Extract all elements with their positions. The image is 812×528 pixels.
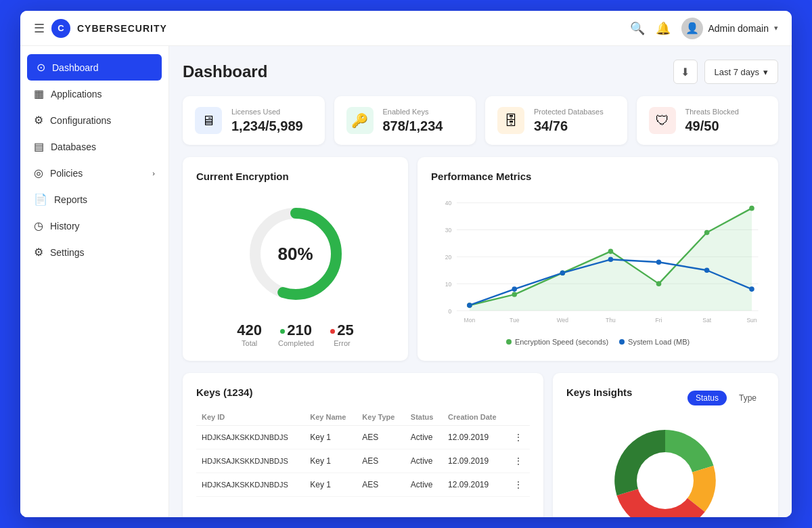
- licenses-icon: 🖥: [195, 107, 222, 134]
- stat-card-threats: 🛡 Threats Blocked 49/50: [637, 96, 779, 145]
- svg-point-34: [560, 270, 566, 276]
- cell-menu[interactable]: ⋮: [509, 426, 530, 449]
- table-row: HDJKSAJKSKKDJNBDJS Key 1 AES Active 12.0…: [196, 473, 530, 497]
- svg-point-26: [512, 292, 518, 297]
- chevron-down-icon: ▾: [763, 67, 768, 77]
- blue-dot: [619, 339, 625, 345]
- svg-point-29: [656, 281, 662, 286]
- svg-text:30: 30: [445, 227, 452, 234]
- stat-value: 1,234/5,989: [231, 118, 303, 134]
- sidebar-item-label: History: [50, 221, 155, 232]
- encryption-card: Current Encryption 80%: [183, 157, 408, 361]
- donut-percent: 80%: [278, 244, 313, 265]
- col-actions: [509, 409, 530, 426]
- encryption-card-title: Current Encryption: [196, 171, 394, 182]
- hamburger-icon[interactable]: ☰: [34, 21, 45, 36]
- period-selector[interactable]: Last 7 days ▾: [704, 60, 779, 84]
- svg-text:40: 40: [445, 200, 452, 206]
- cell-status: Active: [405, 473, 443, 497]
- svg-text:Mon: Mon: [464, 317, 476, 324]
- page-header: Dashboard ⬇ Last 7 days ▾: [183, 60, 778, 84]
- search-icon[interactable]: 🔍: [630, 21, 645, 36]
- sidebar-item-settings[interactable]: ⚙ Settings: [20, 239, 168, 265]
- stat-card-enabled-keys: 🔑 Enabled Keys 878/1,234: [334, 96, 476, 145]
- col-key-id: Key ID: [196, 409, 304, 426]
- stats-row: 🖥 Licenses Used 1,234/5,989 🔑 Enabled Ke…: [183, 96, 778, 145]
- cell-key-type: AES: [357, 473, 405, 497]
- svg-text:Fri: Fri: [656, 317, 662, 324]
- chart-legend: Encryption Speed (seconds) System Load (…: [431, 338, 765, 346]
- svg-text:Sun: Sun: [746, 317, 757, 324]
- svg-point-33: [512, 286, 518, 292]
- stat-info: Enabled Keys 878/1,234: [383, 108, 443, 134]
- sidebar-item-databases[interactable]: ▤ Databases: [20, 133, 168, 160]
- svg-text:Tue: Tue: [510, 317, 520, 324]
- cell-menu[interactable]: ⋮: [509, 473, 530, 497]
- sidebar-item-label: Policies: [50, 168, 145, 179]
- notifications-icon[interactable]: 🔔: [656, 21, 671, 36]
- topnav-right: 🔍 🔔 👤 Admin domain ▾: [630, 18, 779, 39]
- legend-encryption-speed: Encryption Speed (seconds): [506, 338, 608, 346]
- stat-info: Licenses Used 1,234/5,989: [231, 108, 303, 134]
- cell-menu[interactable]: ⋮: [509, 449, 530, 473]
- completed-label: Completed: [278, 339, 314, 347]
- svg-point-28: [608, 249, 614, 255]
- keys-table-card: Keys (1234) Key ID Key Name Key Type Sta…: [183, 373, 543, 517]
- enabled-keys-icon: 🔑: [346, 107, 374, 134]
- cell-key-name: Key 1: [304, 473, 357, 497]
- cell-key-id: HDJKSAJKSKKDJNBDJS: [196, 473, 304, 497]
- legend-system-load: System Load (MB): [619, 338, 690, 346]
- cell-key-name: Key 1: [304, 449, 357, 473]
- svg-text:Wed: Wed: [557, 317, 569, 324]
- sidebar-item-configurations[interactable]: ⚙ Configurations: [20, 107, 168, 133]
- svg-text:10: 10: [445, 281, 452, 288]
- sidebar-item-policies[interactable]: ◎ Policies ›: [20, 160, 168, 186]
- total-value: 420: [237, 322, 262, 339]
- cell-key-type: AES: [357, 426, 405, 449]
- stat-card-licenses: 🖥 Licenses Used 1,234/5,989: [183, 96, 325, 145]
- col-key-name: Key Name: [304, 409, 357, 426]
- configurations-icon: ⚙: [34, 114, 43, 127]
- app-body: ⊙ Dashboard ▦ Applications ⚙ Configurati…: [20, 46, 792, 517]
- table-row: HDJKSAJKSKKDJNBDJS Key 1 AES Active 12.0…: [196, 426, 530, 449]
- keys-insights-card: Keys Insights Status Type: [553, 373, 778, 517]
- cell-status: Active: [405, 449, 443, 473]
- svg-point-39: [637, 452, 694, 509]
- error-label: Error: [330, 339, 353, 347]
- table-row: HDJKSAJKSKKDJNBDJS Key 1 AES Active 12.0…: [196, 449, 530, 473]
- download-button[interactable]: ⬇: [673, 60, 698, 84]
- tab-type[interactable]: Type: [731, 391, 765, 405]
- pie-chart: [566, 420, 765, 517]
- col-creation-date: Creation Date: [443, 409, 509, 426]
- sidebar-item-applications[interactable]: ▦ Applications: [20, 81, 168, 107]
- legend-label: Encryption Speed (seconds): [515, 338, 608, 346]
- col-key-type: Key Type: [357, 409, 405, 426]
- admin-area[interactable]: 👤 Admin domain ▾: [681, 18, 779, 39]
- svg-text:20: 20: [445, 254, 452, 261]
- sidebar-item-label: Reports: [54, 194, 155, 205]
- sidebar-item-label: Settings: [50, 247, 155, 258]
- history-icon: ◷: [34, 219, 43, 232]
- performance-card-title: Performance Metrics: [431, 171, 765, 182]
- topnav: ☰ C CYBERSECURITY 🔍 🔔 👤 Admin domain ▾: [20, 11, 792, 46]
- sidebar-item-history[interactable]: ◷ History: [20, 213, 168, 239]
- stat-label: Enabled Keys: [383, 108, 443, 116]
- stat-label: Licenses Used: [231, 108, 303, 116]
- stat-value: 34/76: [534, 118, 604, 134]
- stat-label: Protected Databases: [534, 108, 604, 116]
- stat-info: Protected Databases 34/76: [534, 108, 604, 134]
- col-status: Status: [405, 409, 443, 426]
- completed-stat: 210 Completed: [278, 322, 314, 347]
- tab-status[interactable]: Status: [687, 391, 727, 405]
- cell-date: 12.09.2019: [443, 449, 509, 473]
- svg-text:Sat: Sat: [702, 317, 711, 324]
- sidebar-item-reports[interactable]: 📄 Reports: [20, 186, 168, 213]
- sidebar-item-label: Databases: [51, 141, 155, 152]
- header-actions: ⬇ Last 7 days ▾: [673, 60, 779, 84]
- stat-info: Threats Blocked 49/50: [685, 108, 739, 134]
- cell-date: 12.09.2019: [443, 426, 509, 449]
- svg-point-30: [704, 230, 710, 236]
- reports-icon: 📄: [34, 193, 47, 206]
- sidebar-item-dashboard[interactable]: ⊙ Dashboard: [27, 54, 162, 81]
- threats-icon: 🛡: [649, 107, 676, 134]
